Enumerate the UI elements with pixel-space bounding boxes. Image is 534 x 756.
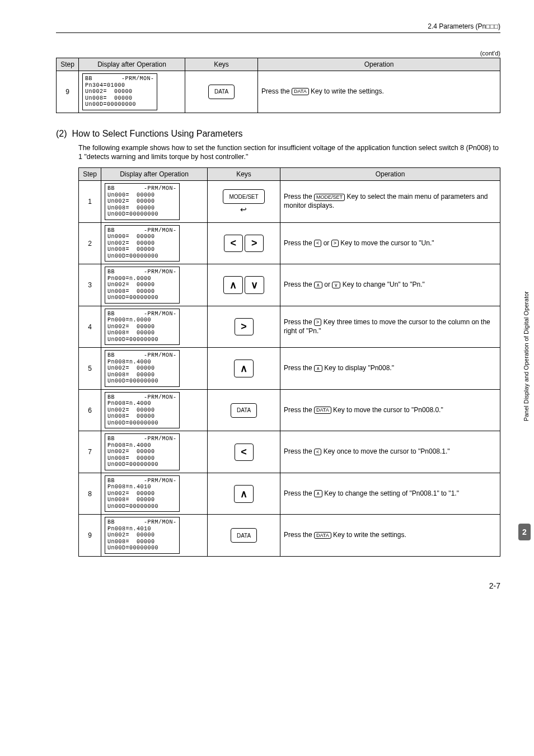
- cell-display: BB -PRM/MON- Un000= 00000 Un002= 00000 U…: [101, 181, 208, 223]
- cell-operation: Press the MODE/SET Key to select the mai…: [280, 181, 500, 223]
- key-arrow: <: [224, 235, 243, 252]
- table-row: 2BB -PRM/MON- Un000= 00000 Un002= 00000 …: [79, 222, 500, 264]
- cell-display: BB -PRM/MON- Un000= 00000 Un002= 00000 U…: [101, 222, 208, 264]
- key-button: DATA: [231, 528, 257, 543]
- lcd-display: BB -PRM/MON- Pn000=n.0000 Un002= 00000 U…: [105, 309, 180, 346]
- cell-operation: Press the ∧ Key to change the setting of…: [280, 473, 500, 515]
- inline-key: ∧: [314, 282, 322, 289]
- lcd-display: BB -PRM/MON- Pn000=n.0000 Un002= 00000 U…: [105, 267, 180, 304]
- inline-key: ∧: [314, 365, 322, 372]
- inline-key: ∨: [332, 282, 340, 289]
- cell-step: 5: [79, 348, 101, 390]
- cell-step: 3: [79, 264, 101, 306]
- lcd-display: BB -PRM/MON- Pn008=n.4010 Un002= 00000 U…: [105, 517, 180, 554]
- th-operation: Operation: [258, 58, 500, 71]
- cell-operation: Press the ∧ Key to display "Pn008.": [280, 348, 500, 390]
- th-operation: Operation: [280, 168, 500, 181]
- table-row: 4BB -PRM/MON- Pn000=n.0000 Un002= 00000 …: [79, 306, 500, 348]
- cell-display: BB -PRM/MON- Pn000=n.0000 Un002= 00000 U…: [101, 306, 208, 348]
- table-row: 9BB -PRM/MON- Pn304=01000 Un002= 00000 U…: [57, 71, 500, 113]
- key-arrow: >: [235, 318, 254, 335]
- cell-keys: DATA: [208, 389, 280, 431]
- cell-display: BB -PRM/MON- Pn008=n.4010 Un002= 00000 U…: [101, 473, 208, 515]
- return-icon: ↩: [240, 205, 247, 214]
- inline-key: DATA: [292, 88, 309, 95]
- side-tab-label: Panel Display and Operation of Digital O…: [523, 291, 530, 421]
- cell-display: BB -PRM/MON- Pn304=01000 Un002= 00000 Un…: [79, 71, 185, 113]
- key-arrow: ∧: [234, 360, 254, 377]
- inline-key: MODE/SET: [314, 194, 345, 201]
- key-arrow: <: [235, 444, 254, 461]
- th-keys: Keys: [185, 58, 258, 71]
- key-button: MODE/SET: [223, 189, 264, 204]
- cell-keys: ∧ ∨: [208, 264, 280, 306]
- table-row: 5BB -PRM/MON- Pn008=n.4000 Un002= 00000 …: [79, 348, 500, 390]
- page-header: 2.4 Parameters (Pn□□□): [56, 22, 500, 33]
- th-step: Step: [57, 58, 79, 71]
- inline-key: DATA: [314, 407, 331, 414]
- key-arrow: ∧: [234, 485, 254, 503]
- section-body: The following example shows how to set t…: [78, 143, 500, 162]
- inline-key: >: [314, 319, 321, 326]
- cell-keys: MODE/SET ↩: [208, 181, 280, 223]
- th-display: Display after Operation: [101, 168, 208, 181]
- cell-operation: Press the ∧ or ∨ Key to change "Un" to "…: [280, 264, 500, 306]
- cell-step: 6: [79, 389, 101, 431]
- lcd-display: BB -PRM/MON- Un000= 00000 Un002= 00000 U…: [105, 183, 180, 220]
- cell-display: BB -PRM/MON- Pn008=n.4000 Un002= 00000 U…: [101, 348, 208, 390]
- procedure-table-1: Step Display after Operation Keys Operat…: [56, 58, 500, 113]
- cell-keys: DATA: [185, 71, 258, 113]
- lcd-display: BB -PRM/MON- Un000= 00000 Un002= 00000 U…: [105, 225, 180, 262]
- inline-key: <: [314, 449, 321, 456]
- cell-operation: Press the < or > Key to move the cursor …: [280, 222, 500, 264]
- cell-step: 9: [57, 71, 79, 113]
- lcd-display: BB -PRM/MON- Pn008=n.4000 Un002= 00000 U…: [105, 433, 180, 470]
- cell-step: 9: [79, 515, 101, 557]
- cell-step: 4: [79, 306, 101, 348]
- cell-keys: ∧: [208, 348, 280, 390]
- lcd-display: BB -PRM/MON- Pn304=01000 Un002= 00000 Un…: [82, 73, 157, 110]
- cell-step: 1: [79, 181, 101, 223]
- cell-keys: < >: [208, 222, 280, 264]
- side-chapter-badge: 2: [518, 524, 531, 540]
- table-row: 8BB -PRM/MON- Pn008=n.4010 Un002= 00000 …: [79, 473, 500, 515]
- section-heading: (2) How to Select Functions Using Parame…: [56, 129, 500, 139]
- cell-operation: Press the DATA Key to write the settings…: [280, 515, 500, 557]
- cell-operation: Press the > Key three times to move the …: [280, 306, 500, 348]
- inline-key: >: [331, 240, 339, 247]
- cell-operation: Press the DATA Key to move the cursor to…: [280, 389, 500, 431]
- section-title-text: How to Select Functions Using Parameters: [72, 129, 242, 138]
- th-keys: Keys: [208, 168, 280, 181]
- inline-key: ∧: [314, 490, 322, 497]
- inline-key: DATA: [314, 532, 331, 539]
- th-step: Step: [79, 168, 101, 181]
- lcd-display: BB -PRM/MON- Pn008=n.4010 Un002= 00000 U…: [105, 475, 180, 512]
- cell-display: BB -PRM/MON- Pn000=n.0000 Un002= 00000 U…: [101, 264, 208, 306]
- table-row: 7BB -PRM/MON- Pn008=n.4000 Un002= 00000 …: [79, 431, 500, 473]
- cell-display: BB -PRM/MON- Pn008=n.4000 Un002= 00000 U…: [101, 389, 208, 431]
- table-row: 1BB -PRM/MON- Un000= 00000 Un002= 00000 …: [79, 181, 500, 223]
- th-display: Display after Operation: [79, 58, 185, 71]
- key-button: DATA: [231, 403, 257, 418]
- inline-key: <: [314, 240, 321, 247]
- table-row: 6BB -PRM/MON- Pn008=n.4000 Un002= 00000 …: [79, 389, 500, 431]
- cell-display: BB -PRM/MON- Pn008=n.4010 Un002= 00000 U…: [101, 515, 208, 557]
- cell-keys: >: [208, 306, 280, 348]
- cell-operation: Press the DATA Key to write the settings…: [258, 71, 500, 113]
- key-arrow: >: [245, 235, 264, 252]
- procedure-table-2: Step Display after Operation Keys Operat…: [78, 167, 500, 557]
- cell-step: 7: [79, 431, 101, 473]
- section-number: (2): [56, 129, 67, 138]
- cell-keys: ∧: [208, 473, 280, 515]
- key-arrow: ∧: [223, 276, 243, 294]
- cell-keys: DATA: [208, 515, 280, 557]
- cell-display: BB -PRM/MON- Pn008=n.4000 Un002= 00000 U…: [101, 431, 208, 473]
- cell-operation: Press the < Key once to move the cursor …: [280, 431, 500, 473]
- key-button: DATA: [208, 85, 235, 99]
- page-number: 2-7: [489, 581, 500, 590]
- table-row: 3BB -PRM/MON- Pn000=n.0000 Un002= 00000 …: [79, 264, 500, 306]
- cell-keys: <: [208, 431, 280, 473]
- lcd-display: BB -PRM/MON- Pn008=n.4000 Un002= 00000 U…: [105, 350, 180, 387]
- cell-step: 2: [79, 222, 101, 264]
- lcd-display: BB -PRM/MON- Pn008=n.4000 Un002= 00000 U…: [105, 392, 180, 429]
